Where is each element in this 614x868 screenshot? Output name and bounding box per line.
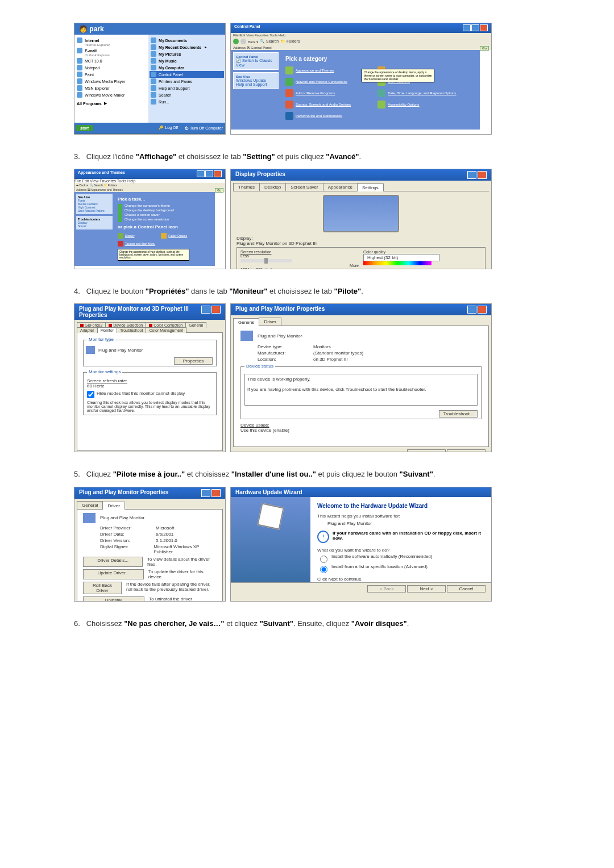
- step-3-text: 3. Cliquez l'icône "Affichage" et choisi…: [74, 152, 540, 162]
- category-tooltip: Change the appearance of desktop items, …: [362, 69, 434, 82]
- start-button[interactable]: start: [76, 125, 93, 131]
- properties-button[interactable]: Properties: [174, 357, 213, 365]
- monitor-properties-driver-screenshot: Plug and Play Monitor Properties General…: [74, 487, 226, 602]
- hardware-update-wizard-screenshot: Hardware Update Wizard Welcome to the Ha…: [230, 487, 492, 602]
- ie-icon: [77, 37, 82, 43]
- step-5-text: 5. Cliquez "Pilote mise à jour.." et cho…: [74, 469, 540, 479]
- monitor-properties-general-screenshot: Plug and Play Monitor Properties General…: [230, 303, 492, 452]
- display-properties-screenshot: Display Properties ThemesDesktopScreen S…: [230, 169, 492, 269]
- rollback-driver-button[interactable]: Roll Back Driver: [83, 582, 122, 594]
- control-panel-screenshot: Control Panel File Edit View Favorites T…: [230, 23, 492, 135]
- step-4-text: 4. Cliquez le bouton "Propriétés" dans l…: [74, 286, 540, 297]
- monitor-preview-icon: [323, 195, 399, 232]
- step-6-text: 6. Choisissez "Ne pas chercher, Je vais……: [74, 619, 540, 629]
- update-driver-button[interactable]: Update Driver...: [83, 569, 144, 579]
- start-menu-screenshot: park Internet Internet Explorer E-mail O…: [74, 23, 226, 135]
- appearance-themes-screenshot: Appearance and Themes File Edit View Fav…: [74, 169, 226, 269]
- start-user: park: [74, 23, 225, 35]
- troubleshoot-button[interactable]: Troubleshoot...: [439, 410, 478, 418]
- driver-details-button[interactable]: Driver Details...: [83, 557, 143, 567]
- wizard-icon: [257, 503, 284, 529]
- uninstall-button[interactable]: Uninstall: [83, 596, 144, 602]
- mail-icon: [77, 48, 82, 53]
- advanced-properties-screenshot: Plug and Play Monitor and 3D Prophet III…: [74, 303, 226, 452]
- next-button[interactable]: Next >: [407, 585, 446, 592]
